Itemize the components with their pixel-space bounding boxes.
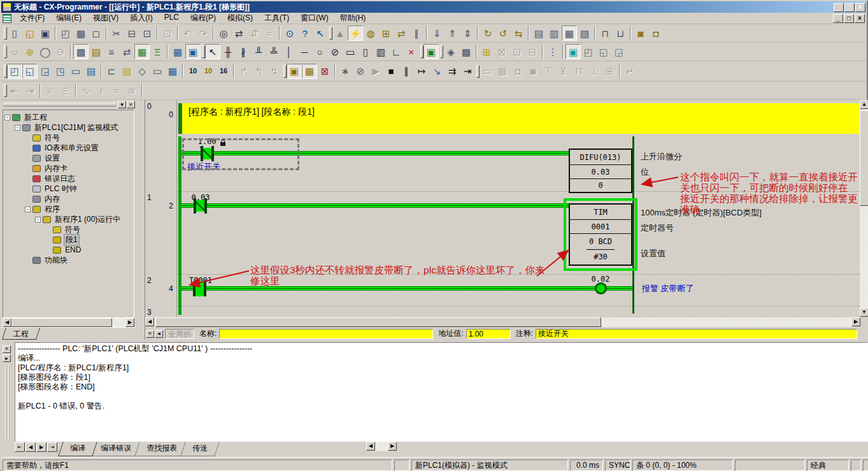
grid-toggle-icon[interactable]: ▩	[73, 44, 89, 59]
mode-program-icon[interactable]: ▤	[531, 25, 546, 41]
mnemonic-view-icon[interactable]: ▦	[165, 64, 180, 79]
menu-item[interactable]: 插入(I)	[124, 11, 158, 25]
replace-all-icon[interactable]: ⇵	[246, 25, 262, 41]
mode-run-icon[interactable]: ▧	[577, 25, 592, 41]
tree-item-plc-clock[interactable]: PLC 时钟	[3, 184, 134, 194]
horizontal-line-icon[interactable]: ─	[297, 44, 312, 59]
outdent-icon[interactable]: ⇥	[22, 83, 38, 98]
menu-item[interactable]: 文件(F)	[14, 11, 50, 25]
symbol-verify-icon[interactable]: ⊡	[509, 44, 525, 59]
inverted-instruction-icon[interactable]: ▯	[358, 44, 373, 59]
output-expand-button[interactable]: ▸	[3, 354, 11, 362]
instruction-icon[interactable]: ▭	[343, 44, 358, 59]
symbol-add-icon[interactable]: ⊞	[479, 44, 494, 59]
delete-icon[interactable]: ×	[404, 44, 419, 59]
coil-icon[interactable]: ○	[312, 44, 327, 59]
or-contact-closed-icon[interactable]: ╩	[266, 44, 281, 59]
tree-item-end[interactable]: END	[3, 245, 134, 255]
compile-icon[interactable]: ⚡	[348, 25, 363, 41]
scroll-right-icon[interactable]: ▶	[125, 318, 134, 327]
maximize-button[interactable]: □	[844, 14, 854, 23]
menu-item[interactable]: 编辑(E)	[50, 11, 87, 25]
smart-input-icon[interactable]: ▦	[170, 44, 185, 59]
section-cut-icon[interactable]: ⊏	[104, 64, 119, 79]
action-block-icon[interactable]: ⊞	[602, 64, 617, 79]
monitor-in-rung-icon[interactable]: ▦	[134, 44, 150, 59]
open-file-icon[interactable]: ◱	[22, 25, 38, 41]
style-2-icon[interactable]: ≀	[94, 83, 109, 98]
print-preview-icon[interactable]: ◻	[89, 25, 104, 41]
paste-icon[interactable]: ⊡	[139, 25, 155, 41]
fb-library-icon[interactable]: ⋮	[545, 44, 560, 59]
tab-scroll-next[interactable]: ▶	[36, 442, 46, 452]
fb-online-icon[interactable]: ▣	[566, 44, 581, 59]
output-close-button[interactable]: ×	[3, 345, 11, 353]
section-header-comment[interactable]: [程序名 : 新程序1] [段名称 : 段1]	[178, 103, 860, 134]
mode-debug-icon[interactable]: ▥	[546, 25, 562, 41]
tree-item-plc[interactable]: - 新PLC1[CJ1M] 监视模式	[3, 122, 134, 133]
comment-input[interactable]	[536, 329, 857, 339]
tree-expander-icon[interactable]: -	[35, 217, 41, 222]
tree-item-function-block[interactable]: 功能块	[3, 255, 134, 265]
minimize-button[interactable]: _	[833, 14, 843, 23]
instruction-operand-1[interactable]: 0.03	[570, 165, 631, 179]
clear-breakpoints-icon[interactable]: ⊘	[353, 64, 368, 79]
scroll-up-icon[interactable]: ▲	[860, 100, 868, 109]
force-unlock-icon[interactable]: ◘	[648, 25, 664, 41]
style-4-icon[interactable]: ≋	[124, 83, 139, 98]
sim-window-icon[interactable]: ▦	[302, 64, 317, 79]
output-grip[interactable]	[5, 365, 10, 439]
name-input[interactable]	[219, 329, 433, 339]
pause-monitor-icon[interactable]: ∥	[409, 25, 424, 41]
undo-icon[interactable]: ↶	[180, 25, 196, 41]
tab-scroll-prev[interactable]: ◀	[25, 442, 36, 452]
tab-transfer[interactable]: 传送	[180, 442, 219, 456]
menu-item[interactable]: 帮助(H)	[334, 11, 372, 25]
sim-console-icon[interactable]: ▣	[287, 64, 302, 79]
nc-contact-0.03[interactable]	[194, 198, 207, 214]
simulator-online-icon[interactable]: ▣	[423, 44, 439, 59]
xref-window-icon[interactable]: ▭	[68, 64, 83, 79]
find-error-icon[interactable]: ◍	[363, 25, 378, 41]
upload-from-plc-icon[interactable]: ⇑	[445, 25, 460, 41]
transfer-check-icon[interactable]: ⇄	[394, 25, 409, 41]
tree-item-new-program[interactable]: - 新程序1 (00)运行中	[3, 214, 134, 224]
symbol-bar-icon[interactable]: Ξ	[150, 44, 165, 59]
minimize-button[interactable]: _	[834, 3, 844, 12]
tab-scroll-first[interactable]: ⇤	[15, 442, 25, 452]
rung-annotation-icon[interactable]: ≡	[104, 44, 119, 59]
step-box-icon[interactable]: ⊓	[571, 64, 587, 79]
align-list-icon[interactable]: ≡	[43, 83, 58, 98]
tab-project[interactable]: 工程	[2, 328, 40, 340]
mode-monitor-icon[interactable]: ▦	[562, 25, 577, 41]
scroll-left-icon[interactable]: ◀	[366, 442, 375, 451]
tree-pin-button[interactable]: ▾	[118, 101, 126, 108]
tree-item-memory[interactable]: 内存	[3, 194, 134, 204]
tree-expander-icon[interactable]: -	[4, 115, 10, 120]
ladder-canvas[interactable]: 0 0 1 2 2 4 3 [程序名 : 新程序1] [段名称 : 段1]	[145, 100, 860, 317]
cut-icon[interactable]: ✂	[109, 25, 124, 41]
transfer-symbols-icon[interactable]: ↺	[495, 25, 511, 41]
addressbar-collapse-button[interactable]: ◂	[155, 330, 163, 338]
t-branch-icon[interactable]: ⊻	[556, 64, 571, 79]
addressbar-close-button[interactable]: ×	[146, 330, 154, 338]
contact-closed-icon[interactable]: ∦	[236, 44, 251, 59]
about-icon[interactable]: ⊙	[282, 25, 297, 41]
tim-instruction-block[interactable]: TIM 0001 0 BCD #30	[569, 203, 632, 266]
differential-monitor-icon[interactable]: ⊔	[613, 25, 628, 41]
function-block-invoke-icon[interactable]: ▥	[373, 44, 388, 59]
tree-item-settings[interactable]: 设置	[3, 153, 134, 163]
response-monitor-icon[interactable]: ▩	[459, 44, 474, 59]
rung-comment-icon[interactable]: ▤	[89, 44, 104, 59]
scroll-right-icon[interactable]: ▶	[851, 317, 860, 326]
timer-set-value[interactable]: #30	[570, 250, 631, 264]
scroll-left-icon[interactable]: ◀	[145, 317, 154, 326]
scroll-left-icon[interactable]: ◀	[3, 318, 11, 327]
coil-closed-icon[interactable]: ⊘	[327, 44, 343, 59]
monitor-decimal-icon[interactable]: 10	[185, 64, 201, 79]
tree-item-io-table[interactable]: IO表和单元设置	[3, 143, 134, 153]
align-block-icon[interactable]: Ξ	[58, 83, 73, 98]
window-toggle-icon[interactable]: ◰	[7, 64, 22, 79]
zoom-tool-icon[interactable]: ◌	[7, 44, 22, 59]
panel-splitter[interactable]	[136, 100, 145, 340]
